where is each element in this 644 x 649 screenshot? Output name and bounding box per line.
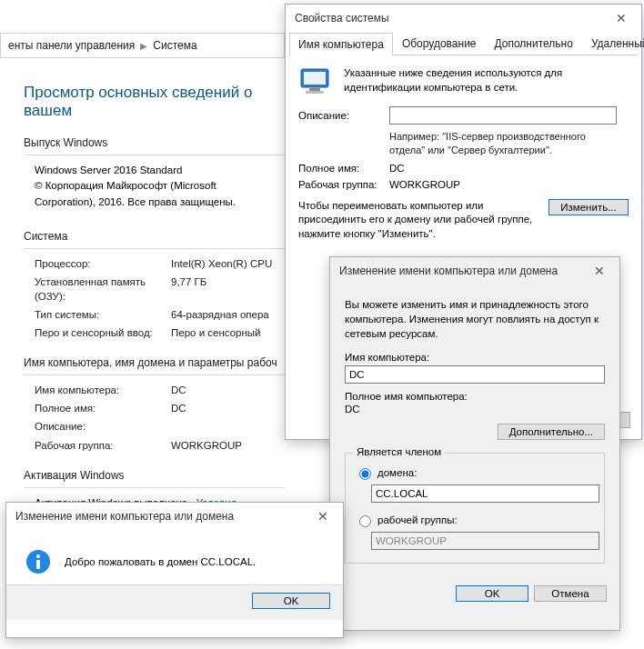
fullname-value: DC <box>171 401 186 415</box>
svg-rect-1 <box>304 72 326 85</box>
pen-value: Перо и сенсорный <box>171 325 260 340</box>
dialog-titlebar[interactable]: Свойства системы ✕ <box>286 5 641 32</box>
svg-rect-2 <box>309 88 320 91</box>
systype-label: Тип системы: <box>35 307 171 322</box>
rename-computer-dialog: Изменение имени компьютера или домена ✕ … <box>329 256 620 631</box>
chevron-right-icon: ▶ <box>140 41 147 51</box>
tab-advanced[interactable]: Дополнительно <box>486 32 582 55</box>
breadcrumb-item[interactable]: енты панели управления <box>8 39 135 52</box>
tab-remote[interactable]: Удаленный доступ <box>582 32 644 55</box>
close-icon[interactable]: ✕ <box>609 8 634 28</box>
fullname-label: Полное имя: <box>35 401 171 415</box>
breadcrumb[interactable]: енты панели управления ▶ Система <box>0 33 285 58</box>
member-of-group-title: Является членом <box>353 446 445 457</box>
dialog-title-text: Свойства системы <box>295 12 389 25</box>
description-input[interactable] <box>389 106 617 125</box>
pen-label: Перо и сенсорный ввод: <box>35 325 171 340</box>
svg-point-5 <box>36 554 40 558</box>
workgroup-label: Рабочая группа: <box>298 179 389 190</box>
system-info-panel: Просмотр основных сведений о вашем Выпус… <box>0 60 285 526</box>
change-hint-text: Чтобы переименовать компьютер или присое… <box>298 199 541 242</box>
desc-label: Описание: <box>35 419 171 434</box>
advanced-button[interactable]: Дополнительно... <box>498 424 605 440</box>
close-icon[interactable]: ✕ <box>587 261 612 281</box>
svg-rect-3 <box>306 91 324 94</box>
domain-radio-label: домена: <box>377 467 417 478</box>
full-computer-name-value: DC <box>345 404 605 414</box>
workgroup-value: WORKGROUP <box>389 179 460 190</box>
ok-button[interactable]: OK <box>456 585 528 602</box>
change-button[interactable]: Изменить... <box>548 199 629 215</box>
workgroup-radio[interactable] <box>359 515 371 527</box>
systype-value: 64-разрядная опера <box>171 307 269 322</box>
dialog-title-text: Изменение имени компьютера или домена <box>339 265 558 277</box>
compname-value: DC <box>171 383 186 397</box>
section-windows-edition: Выпуск Windows <box>24 136 285 149</box>
dialog-titlebar[interactable]: Изменение имени компьютера или домена ✕ <box>6 503 343 530</box>
compname-label: Имя компьютера: <box>35 383 171 397</box>
description-hint: Например: "IIS-сервер производственного … <box>389 130 617 157</box>
computer-name-input[interactable] <box>345 365 605 384</box>
full-name-label: Полное имя: <box>298 163 389 174</box>
ram-label: Установленная память (ОЗУ): <box>35 275 171 304</box>
section-system: Система <box>24 230 285 243</box>
computer-icon <box>298 66 335 97</box>
section-computer-name: Имя компьютера, имя домена и параметры р… <box>24 356 285 369</box>
info-icon <box>25 548 52 575</box>
full-computer-name-label: Полное имя компьютера: <box>345 391 605 402</box>
ram-value: 9,77 ГБ <box>171 275 206 304</box>
cpu-label: Процессор: <box>35 256 171 271</box>
domain-radio[interactable] <box>359 468 371 480</box>
ok-button[interactable]: OK <box>252 593 330 609</box>
cpu-value: Intel(R) Xeon(R) CPU <box>171 256 272 271</box>
description-label: Описание: <box>298 110 389 121</box>
computer-name-label: Имя компьютера: <box>345 352 605 363</box>
copyright-text: © Корпорация Майкрософт (Microsoft Corpo… <box>35 178 271 210</box>
rename-intro-text: Вы можете изменить имя и принадлежность … <box>345 297 605 341</box>
dialog-title-text: Изменение имени компьютера или домена <box>15 510 234 523</box>
workgroup-radio-label: рабочей группы: <box>377 514 458 525</box>
domain-input[interactable] <box>371 484 599 503</box>
close-icon[interactable]: ✕ <box>310 506 336 526</box>
svg-rect-6 <box>36 560 40 569</box>
identification-info-text: Указанные ниже сведения используются для… <box>344 66 629 95</box>
page-title: Просмотр основных сведений о вашем <box>24 84 285 120</box>
workgroup-value: WORKGROUP <box>171 438 242 453</box>
full-name-value: DC <box>389 163 405 174</box>
workgroup-input <box>371 532 599 550</box>
dialog-titlebar[interactable]: Изменение имени компьютера или домена ✕ <box>330 257 619 285</box>
tab-strip: Имя компьютера Оборудование Дополнительн… <box>289 32 638 55</box>
welcome-domain-messagebox: Изменение имени компьютера или домена ✕ … <box>5 502 344 638</box>
windows-edition-value: Windows Server 2016 Standard <box>35 163 285 178</box>
tab-hardware[interactable]: Оборудование <box>393 32 486 55</box>
workgroup-label: Рабочая группа: <box>35 438 171 453</box>
tab-computer-name[interactable]: Имя компьютера <box>289 33 393 55</box>
section-activation: Активация Windows <box>24 469 285 482</box>
breadcrumb-item[interactable]: Система <box>153 39 196 52</box>
messagebox-text: Добро пожаловать в домен CC.LOCAL. <box>65 556 256 567</box>
cancel-button[interactable]: Отмена <box>534 585 607 602</box>
